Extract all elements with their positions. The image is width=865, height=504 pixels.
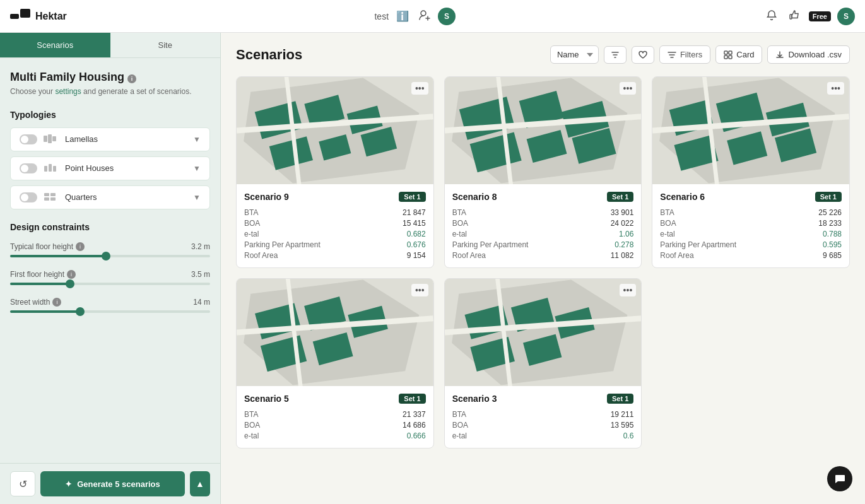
typology-quarters[interactable]: Quarters ▼ (10, 185, 210, 209)
quarters-toggle[interactable] (20, 192, 37, 202)
typologies-section-title: Typologies (10, 110, 210, 120)
main-content: Scenarios Name Filters Card (221, 33, 865, 504)
project-title-info-icon[interactable]: i (127, 74, 136, 83)
svg-point-2 (421, 11, 426, 16)
svg-rect-12 (44, 197, 49, 201)
scenario-6-name: Scenario 6 (660, 192, 705, 202)
scenario-6-header-row: Scenario 6 Set 1 (660, 192, 842, 202)
scenario-5-stats: BTA21 337 BOA14 686 e-tal0.666 (244, 410, 426, 440)
settings-link[interactable]: settings (55, 87, 81, 96)
design-constraints-title: Design constraints (10, 222, 210, 232)
street-width-slider-track[interactable] (10, 310, 210, 313)
point-houses-toggle[interactable] (20, 163, 37, 173)
card-view-button[interactable]: Card (715, 45, 762, 64)
favorite-button[interactable] (632, 46, 654, 64)
stat-row: Roof Area9 685 (660, 251, 842, 260)
scenario-3-menu-button[interactable]: ••• (620, 284, 637, 296)
point-houses-icon (44, 163, 59, 173)
scenario-5-name: Scenario 5 (244, 394, 289, 404)
project-info: test ℹ️ S (374, 7, 456, 26)
logo-area: Hektar (10, 9, 67, 24)
stat-row: BTA21 847 (244, 208, 426, 217)
constraint-label-street: Street width i (10, 298, 61, 307)
card-label: Card (736, 50, 754, 59)
first-floor-info-icon[interactable]: i (67, 270, 76, 279)
scenario-card-5: ••• Scenario 5 Set 1 BTA21 337 BOA14 686… (236, 278, 434, 448)
project-name: test (374, 11, 389, 21)
scenario-5-set-badge: Set 1 (399, 394, 425, 404)
stat-row: Parking Per Apartment0.595 (660, 240, 842, 249)
sort-direction-button[interactable] (604, 46, 627, 64)
sidebar: Scenarios Site Multi Family Housing i Ch… (0, 33, 221, 504)
add-user-icon[interactable] (416, 7, 433, 26)
app-name: Hektar (35, 11, 67, 22)
scenarios-header: Scenarios Name Filters Card (236, 45, 850, 64)
tab-scenarios[interactable]: Scenarios (0, 33, 110, 57)
project-title: Multi Family Housing i (10, 71, 210, 84)
filters-button[interactable]: Filters (659, 45, 710, 64)
chat-bubble[interactable] (827, 466, 852, 491)
scenario-6-info: Scenario 6 Set 1 BTA25 226 BOA18 233 e-t… (652, 184, 849, 267)
scenario-3-set-badge: Set 1 (607, 394, 633, 404)
scenario-card-8: ••• Scenario 8 Set 1 BTA33 901 BOA24 022… (444, 76, 642, 268)
generate-expand-button[interactable]: ▲ (190, 471, 210, 496)
first-floor-slider-track[interactable] (10, 283, 210, 285)
street-width-info-icon[interactable]: i (52, 298, 61, 307)
scenario-map-6: ••• (652, 77, 849, 184)
scenario-5-menu-button[interactable]: ••• (411, 284, 428, 296)
topnav-actions: Free S (763, 7, 855, 26)
filters-label: Filters (680, 50, 702, 59)
tab-site[interactable]: Site (110, 33, 221, 57)
point-houses-chevron-icon: ▼ (193, 164, 201, 173)
svg-rect-13 (50, 197, 56, 201)
scenario-5-info: Scenario 5 Set 1 BTA21 337 BOA14 686 e-t… (237, 386, 433, 448)
svg-rect-8 (49, 164, 52, 172)
street-width-slider-thumb[interactable] (76, 307, 85, 316)
scenario-6-menu-button[interactable]: ••• (827, 82, 844, 95)
stat-row: BOA18 233 (660, 219, 842, 228)
scenario-8-set-badge: Set 1 (607, 192, 633, 202)
typology-point-houses[interactable]: Point Houses ▼ (10, 156, 210, 180)
scenario-9-info: Scenario 9 Set 1 BTA21 847 BOA15 415 e-t… (237, 184, 433, 267)
sidebar-footer: ↺ ✦ Generate 5 scenarios ▲ (0, 463, 220, 504)
scenarios-title: Scenarios (236, 47, 302, 63)
stat-row: BTA25 226 (660, 208, 842, 217)
scenario-9-set-badge: Set 1 (399, 192, 425, 202)
svg-rect-15 (729, 51, 732, 54)
sort-select[interactable]: Name (550, 45, 599, 64)
history-button[interactable]: ↺ (10, 471, 35, 496)
constraint-label-floor: Typical floor height i (10, 242, 85, 251)
generate-button[interactable]: ✦ Generate 5 scenarios (40, 471, 185, 496)
scenarios-controls: Name Filters Card Downloa (550, 45, 850, 64)
typology-lamellas[interactable]: Lamellas ▼ (10, 127, 210, 151)
constraint-street-width: Street width i 14 m (10, 298, 210, 313)
svg-rect-5 (48, 134, 52, 143)
scenario-card-9: ••• Scenario 9 Set 1 BTA21 847 BOA15 415… (236, 76, 434, 268)
lamellas-toggle[interactable] (20, 134, 37, 144)
user-avatar-center[interactable]: S (438, 8, 456, 25)
stat-row: Roof Area9 154 (244, 251, 426, 260)
first-floor-slider-thumb[interactable] (66, 279, 74, 288)
scenario-6-set-badge: Set 1 (815, 192, 842, 202)
svg-rect-6 (52, 136, 56, 141)
notification-icon[interactable] (763, 7, 780, 26)
user-avatar[interactable]: S (837, 8, 855, 25)
constraint-header-first-floor: First floor height i 3.5 m (10, 270, 210, 279)
scenario-map-8: ••• (445, 77, 642, 184)
thumbs-up-icon[interactable] (786, 7, 803, 26)
quarters-chevron-icon: ▼ (193, 193, 201, 202)
download-csv-button[interactable]: Download .csv (767, 45, 850, 64)
scenario-8-menu-button[interactable]: ••• (620, 82, 637, 95)
floor-height-slider-track[interactable] (10, 255, 210, 257)
scenario-3-name: Scenario 3 (452, 394, 497, 404)
svg-rect-3 (790, 15, 792, 19)
scenario-card-6: ••• Scenario 6 Set 1 BTA25 226 BOA18 233… (652, 76, 850, 268)
info-icon[interactable]: ℹ️ (394, 8, 411, 25)
scenario-9-menu-button[interactable]: ••• (411, 82, 428, 95)
stat-row: e-tal0.666 (244, 431, 426, 440)
stat-row: Parking Per Apartment0.278 (452, 240, 634, 249)
floor-height-slider-thumb[interactable] (102, 252, 110, 261)
floor-height-info-icon[interactable]: i (76, 242, 85, 251)
svg-rect-7 (44, 166, 47, 172)
scenario-8-name: Scenario 8 (452, 192, 497, 202)
